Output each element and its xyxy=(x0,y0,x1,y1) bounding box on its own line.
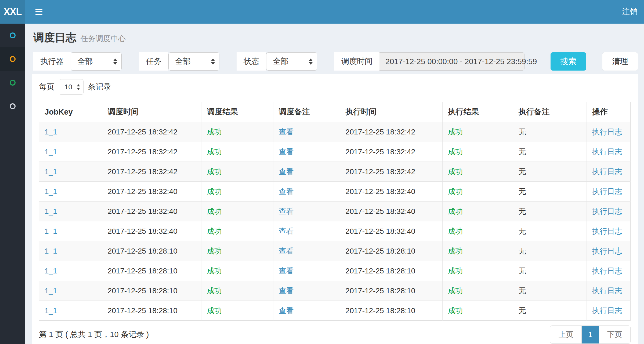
trigger-msg-link[interactable]: 查看 xyxy=(279,167,294,176)
trigger-time: 2017-12-25 18:32:40 xyxy=(108,227,178,235)
handle-result-cell: 成功 xyxy=(442,261,513,281)
handle-msg-cell: 无 xyxy=(513,281,587,301)
filter-toolbar: 执行器 全部 任务 全部 状态 全部 调度时间 2017-12-25 00:00… xyxy=(25,52,644,71)
jobkey-link[interactable]: 1_1 xyxy=(45,247,57,255)
trigger-msg-link[interactable]: 查看 xyxy=(279,267,294,275)
execute-log-link[interactable]: 执行日志 xyxy=(592,287,622,295)
trigger-msg-link[interactable]: 查看 xyxy=(279,207,294,215)
handle-time-cell: 2017-12-25 18:32:42 xyxy=(340,122,442,142)
trigger-result: 成功 xyxy=(207,287,222,295)
trigger-msg-link[interactable]: 查看 xyxy=(279,287,294,295)
current-page-button[interactable]: 1 xyxy=(581,326,599,343)
execute-log-link-cell: 执行日志 xyxy=(587,122,631,142)
status-filter-group: 状态 全部 xyxy=(237,52,317,71)
trigger-time-filter-group: 调度时间 2017-12-25 00:00:00 - 2017-12-25 23… xyxy=(334,52,524,71)
next-page-button[interactable]: 下页 xyxy=(599,326,630,343)
trigger-msg-link[interactable]: 查看 xyxy=(279,227,294,235)
trigger-time: 2017-12-25 18:28:10 xyxy=(108,247,178,255)
jobkey-link[interactable]: 1_1 xyxy=(45,267,57,275)
jobkey-link[interactable]: 1_1 xyxy=(45,227,57,235)
trigger-time: 2017-12-25 18:32:40 xyxy=(108,207,178,215)
execute-log-link[interactable]: 执行日志 xyxy=(592,148,622,156)
jobkey-link[interactable]: 1_1 xyxy=(45,167,57,176)
jobkey-link[interactable]: 1_1 xyxy=(45,306,57,315)
trigger-msg-link-cell: 查看 xyxy=(273,281,340,301)
handle-time: 2017-12-25 18:32:42 xyxy=(345,148,415,156)
execute-log-link[interactable]: 执行日志 xyxy=(592,247,622,255)
trigger-msg-link[interactable]: 查看 xyxy=(279,148,294,156)
job-filter-select[interactable]: 全部 xyxy=(168,52,219,71)
trigger-msg-link[interactable]: 查看 xyxy=(279,128,294,136)
search-button[interactable]: 搜索 xyxy=(551,52,586,71)
trigger-msg-link-cell: 查看 xyxy=(273,221,340,241)
execute-log-link-cell: 执行日志 xyxy=(587,301,631,321)
executor-filter-select[interactable]: 全部 xyxy=(71,52,122,71)
handle-msg-cell: 无 xyxy=(513,182,587,202)
jobkey-link[interactable]: 1_1 xyxy=(45,207,57,215)
app-logo[interactable]: XXL xyxy=(0,0,25,24)
handle-result: 成功 xyxy=(448,227,463,235)
page-size-value: 10 xyxy=(64,83,77,91)
handle-result-cell: 成功 xyxy=(442,221,513,241)
pagination-info: 第 1 页 ( 总共 1 页，10 条记录 ) xyxy=(39,329,149,340)
column-header: 调度备注 xyxy=(273,102,340,122)
handle-msg-cell: 无 xyxy=(513,241,587,261)
trigger-msg-link[interactable]: 查看 xyxy=(279,306,294,315)
hamburger-icon xyxy=(35,14,42,15)
execute-log-link[interactable]: 执行日志 xyxy=(592,128,622,136)
execute-log-link[interactable]: 执行日志 xyxy=(592,207,622,215)
execute-log-link[interactable]: 执行日志 xyxy=(592,187,622,196)
handle-msg: 无 xyxy=(518,148,526,156)
page-title: 调度日志 xyxy=(33,30,76,45)
execute-log-link-cell: 执行日志 xyxy=(587,142,631,162)
jobkey-link-cell: 1_1 xyxy=(39,301,102,321)
menu-item-1[interactable] xyxy=(0,24,25,47)
prev-page-button[interactable]: 上页 xyxy=(550,326,581,343)
sidebar-toggle-button[interactable] xyxy=(33,6,45,17)
jobkey-link-cell: 1_1 xyxy=(39,142,102,162)
page-size-row: 每页 10 条记录 xyxy=(39,79,631,95)
trigger-result-cell: 成功 xyxy=(201,122,273,142)
handle-msg: 无 xyxy=(518,167,526,176)
column-header: 执行时间 xyxy=(340,102,442,122)
job-filter-label: 任务 xyxy=(139,52,168,71)
jobkey-link[interactable]: 1_1 xyxy=(45,128,57,136)
menu-item-4[interactable] xyxy=(0,94,25,118)
trigger-time-filter-label: 调度时间 xyxy=(334,52,379,71)
status-filter-select[interactable]: 全部 xyxy=(266,52,317,71)
handle-result-cell: 成功 xyxy=(442,202,513,221)
trigger-msg-link-cell: 查看 xyxy=(273,241,340,261)
hamburger-icon xyxy=(35,9,42,10)
trigger-result-cell: 成功 xyxy=(201,142,273,162)
clear-button[interactable]: 清理 xyxy=(602,52,638,71)
table-row: 1_12017-12-25 18:28:10成功查看2017-12-25 18:… xyxy=(39,301,631,321)
logout-link[interactable]: 注销 xyxy=(616,0,644,24)
trigger-msg-link[interactable]: 查看 xyxy=(279,247,294,255)
execute-log-link[interactable]: 执行日志 xyxy=(592,167,622,176)
handle-time-cell: 2017-12-25 18:28:10 xyxy=(340,281,442,301)
handle-msg: 无 xyxy=(518,287,526,295)
menu-item-3[interactable] xyxy=(0,71,25,94)
trigger-msg-link[interactable]: 查看 xyxy=(279,187,294,196)
trigger-result: 成功 xyxy=(207,207,222,215)
handle-time-cell: 2017-12-25 18:32:42 xyxy=(340,162,442,182)
handle-time: 2017-12-25 18:32:40 xyxy=(345,227,415,235)
page-size-select[interactable]: 10 xyxy=(59,79,84,95)
menu-item-2[interactable] xyxy=(0,47,25,71)
trigger-result-cell: 成功 xyxy=(201,221,273,241)
execute-log-link-cell: 执行日志 xyxy=(587,182,631,202)
log-table: JobKey调度时间调度结果调度备注执行时间执行结果执行备注操作 1_12017… xyxy=(39,102,631,321)
status-filter-label: 状态 xyxy=(237,52,266,71)
jobkey-link[interactable]: 1_1 xyxy=(45,148,57,156)
execute-log-link[interactable]: 执行日志 xyxy=(592,306,622,315)
trigger-time-range-input[interactable]: 2017-12-25 00:00:00 - 2017-12-25 23:59:5… xyxy=(379,52,524,71)
jobkey-link[interactable]: 1_1 xyxy=(45,187,57,196)
execute-log-link[interactable]: 执行日志 xyxy=(592,227,622,235)
execute-log-link[interactable]: 执行日志 xyxy=(592,267,622,275)
navbar: 注销 xyxy=(25,0,644,24)
handle-time-cell: 2017-12-25 18:28:10 xyxy=(340,241,442,261)
handle-time: 2017-12-25 18:28:10 xyxy=(345,267,415,275)
jobkey-link[interactable]: 1_1 xyxy=(45,287,57,295)
table-row: 1_12017-12-25 18:32:40成功查看2017-12-25 18:… xyxy=(39,182,631,202)
trigger-result: 成功 xyxy=(207,187,222,196)
